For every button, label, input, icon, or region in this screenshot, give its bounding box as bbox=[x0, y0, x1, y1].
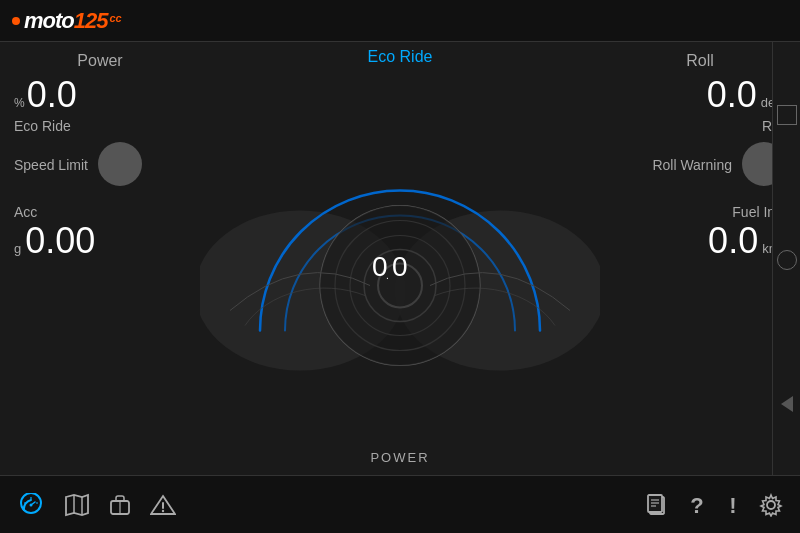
speed-limit-label: Speed Limit bbox=[14, 157, 88, 173]
bottom-bar: ? ! bbox=[0, 475, 800, 533]
logo-text-125: 125 bbox=[74, 8, 108, 34]
center-panel: Eco Ride 0 . bbox=[200, 42, 600, 475]
logo-text-cc: cc bbox=[109, 12, 121, 24]
alert-icon: ! bbox=[726, 493, 740, 517]
logo-text-moto: moto bbox=[24, 8, 74, 34]
help-nav-button[interactable]: ? bbox=[686, 493, 708, 517]
roll-value: 0.0 bbox=[707, 74, 757, 116]
svg-text:!: ! bbox=[729, 493, 736, 517]
side-button-back[interactable] bbox=[781, 396, 793, 412]
luggage-icon bbox=[108, 493, 132, 517]
acc-section: Acc g 0.00 bbox=[14, 202, 186, 262]
fuel-value: 0.0 bbox=[708, 220, 758, 262]
acc-label: Acc bbox=[14, 204, 186, 220]
fuel-label: Fuel Inst bbox=[614, 204, 786, 220]
fuel-value-row: 0.0 km/l bbox=[614, 220, 786, 262]
eco-ride-title: Eco Ride bbox=[368, 48, 433, 66]
left-panel: Power % 0.0 Eco Ride Speed Limit Acc g 0… bbox=[0, 42, 200, 475]
percent-symbol: % bbox=[14, 96, 25, 110]
app-header: moto 125 cc bbox=[0, 0, 800, 42]
power-label: POWER bbox=[370, 450, 429, 465]
svg-text:?: ? bbox=[690, 493, 703, 517]
logo-dot bbox=[12, 17, 20, 25]
speed-limit-button[interactable] bbox=[98, 142, 142, 186]
main-content: Power % 0.0 Eco Ride Speed Limit Acc g 0… bbox=[0, 42, 800, 475]
right-panel: Roll 0.0 deg. Roll Roll Warning Fuel Ins… bbox=[600, 42, 800, 475]
bottom-nav-right: ? ! bbox=[646, 493, 784, 517]
map-nav-button[interactable] bbox=[64, 493, 90, 517]
eco-ride-label: Eco Ride bbox=[14, 118, 186, 134]
acc-value-row: g 0.00 bbox=[14, 220, 186, 262]
luggage-nav-button[interactable] bbox=[108, 493, 132, 517]
docs-nav-button[interactable] bbox=[646, 493, 668, 517]
eco-ride-value: 0.0 bbox=[27, 74, 77, 116]
power-title: Power bbox=[14, 52, 186, 70]
bottom-nav-left bbox=[16, 493, 176, 517]
speed-limit-row: Speed Limit bbox=[14, 142, 186, 186]
side-navigation bbox=[772, 42, 800, 475]
settings-nav-button[interactable] bbox=[758, 493, 784, 517]
acc-unit: g bbox=[14, 241, 21, 256]
fuel-section: Fuel Inst 0.0 km/l bbox=[614, 202, 786, 262]
svg-point-12 bbox=[30, 503, 33, 506]
acc-value: 0.00 bbox=[25, 220, 95, 262]
gauge-svg: 0 . 0 bbox=[200, 66, 600, 475]
speedometer-nav-button[interactable] bbox=[16, 493, 46, 517]
roll-title: Roll bbox=[614, 52, 786, 70]
warning-icon bbox=[150, 493, 176, 517]
roll-warning-row: Roll Warning bbox=[614, 142, 786, 186]
gauge-area: 0 . 0 POWER bbox=[200, 66, 600, 475]
map-icon bbox=[64, 493, 90, 517]
roll-label: Roll bbox=[614, 118, 786, 134]
alert-nav-button[interactable]: ! bbox=[726, 493, 740, 517]
gear-icon bbox=[758, 493, 784, 517]
svg-point-29 bbox=[767, 501, 775, 509]
app-logo: moto 125 cc bbox=[12, 8, 122, 34]
side-button-circle[interactable] bbox=[777, 250, 797, 270]
help-icon: ? bbox=[686, 493, 708, 517]
roll-value-row: 0.0 deg. bbox=[614, 74, 786, 116]
eco-value-row: % 0.0 bbox=[14, 74, 186, 116]
roll-warning-label: Roll Warning bbox=[652, 157, 732, 173]
speedometer-icon bbox=[16, 493, 46, 517]
warning-nav-button[interactable] bbox=[150, 493, 176, 517]
svg-point-7 bbox=[320, 206, 480, 366]
svg-text:.: . bbox=[386, 270, 389, 281]
svg-point-21 bbox=[162, 509, 164, 511]
side-button-square[interactable] bbox=[777, 105, 797, 125]
docs-icon bbox=[646, 493, 668, 517]
svg-text:0: 0 bbox=[392, 251, 408, 282]
